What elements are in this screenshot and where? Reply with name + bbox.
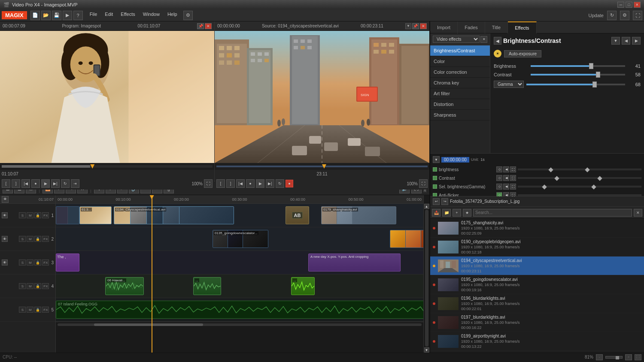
effects-prev[interactable]: ◀ — [494, 37, 501, 45]
vscroll-up[interactable]: ▲ — [424, 204, 429, 209]
tab-effects[interactable]: Effects — [508, 21, 536, 33]
kf-expand-brightness[interactable]: ⛶ — [510, 166, 516, 172]
track5-lock[interactable]: 🔒 — [34, 307, 41, 313]
scrollbar-track[interactable] — [58, 323, 422, 326]
track4-lock[interactable]: 🔒 — [34, 283, 41, 289]
kf-expand-contrast[interactable]: ⛶ — [510, 175, 516, 181]
help-icon[interactable]: ? — [73, 11, 83, 20]
mp-folder[interactable]: 📁 — [442, 209, 451, 217]
prog-skip[interactable]: ⇥ — [71, 179, 79, 188]
track5-solo[interactable]: S — [19, 307, 26, 313]
track3-vis[interactable]: 👁 — [2, 259, 8, 265]
kf-track-gamma[interactable] — [518, 186, 641, 187]
media-item-0195[interactable]: 0195_goingdownescalator.avi 1920 x 1080,… — [430, 275, 644, 294]
file-back[interactable]: ↩ — [433, 198, 440, 205]
clip-track5-island[interactable]: 07 Island Feeling.OGG — [56, 301, 423, 319]
prog-play[interactable]: ▶ — [41, 179, 50, 188]
effect-brightness-contrast[interactable]: Brightness/Contrast — [430, 45, 490, 56]
menu-edit[interactable]: Edit — [101, 11, 116, 20]
effect-art-filter[interactable]: Art filter — [430, 88, 490, 99]
auto-exposure-button[interactable]: Auto-exposure — [504, 50, 541, 57]
media-item-0197[interactable]: 0197_blurdarklights.avi 1920 x 1080, 16:… — [430, 313, 644, 332]
effects-next-btn[interactable]: ▶ — [632, 37, 641, 45]
track2-mute[interactable]: M — [27, 236, 33, 242]
prog-stop[interactable]: ● — [31, 179, 40, 188]
mp-add[interactable]: + — [453, 209, 461, 217]
src-mark-out[interactable]: ] — [226, 179, 235, 188]
clip-track2-escalator[interactable]: 0135_goingdownescalator... — [213, 230, 268, 248]
kf-track-brightness[interactable] — [518, 169, 641, 170]
prog-next[interactable]: ▶| — [51, 179, 60, 188]
gamma-select[interactable]: Gamma — [494, 81, 524, 88]
kf-check-brightness[interactable] — [433, 167, 437, 172]
kf-expand-gamma[interactable]: ⛶ — [510, 184, 516, 190]
clip-track4-audio3[interactable]: ... — [291, 277, 315, 295]
contrast-track[interactable] — [531, 74, 625, 75]
source-dropdown[interactable]: ▼ — [405, 23, 411, 29]
track4-mute[interactable]: M — [27, 283, 33, 289]
mp-star[interactable]: ★ — [463, 209, 471, 217]
track1-lock[interactable]: 🔒 — [34, 212, 41, 218]
src-record[interactable]: ● — [286, 180, 293, 187]
file-fwd[interactable]: ↪ — [441, 198, 448, 205]
kf-nav-brightness[interactable]: ◀ — [503, 166, 509, 172]
clip-track4-hawaii1[interactable]: 06 Hawaii... — [105, 277, 144, 295]
src-next[interactable]: ▶| — [266, 179, 274, 188]
open-button[interactable]: 📂 — [41, 11, 51, 20]
update-button[interactable]: ↻ — [607, 11, 617, 20]
effect-color-correction[interactable]: Color correction — [430, 67, 490, 78]
effects-prev-btn[interactable]: ◀ — [622, 37, 630, 45]
src-mark-in[interactable]: [ — [216, 179, 225, 188]
zoom-thumb[interactable] — [616, 356, 619, 359]
track-all-vis[interactable]: 👁 — [2, 196, 9, 203]
media-search-input[interactable] — [473, 209, 632, 217]
kf-check-gamma[interactable] — [433, 184, 437, 189]
prog-zoom-btn[interactable]: ⛶ — [204, 179, 213, 188]
menu-effects[interactable]: Effects — [117, 11, 138, 20]
kf-add-brightness[interactable]: ◇ — [496, 166, 502, 172]
effects-close[interactable]: ✕ — [480, 36, 487, 43]
mp-search-btn[interactable]: ✕ — [634, 209, 642, 217]
program-progress[interactable] — [2, 165, 213, 168]
tab-title[interactable]: Title — [485, 21, 508, 33]
track2-fx[interactable]: FX — [42, 236, 49, 242]
track3-solo[interactable]: S — [19, 259, 26, 265]
fullscreen-button[interactable]: ⛶ — [633, 11, 642, 20]
kf-add-contrast[interactable]: ◇ — [496, 175, 502, 181]
bottom-zoom-out[interactable]: - — [596, 354, 603, 360]
kf-track-contrast[interactable] — [518, 177, 641, 179]
clip-track1-2[interactable]: 0194_Cityscapestreetvertical.avi — [114, 206, 234, 224]
minimize-button[interactable]: ─ — [617, 2, 624, 8]
prog-prev[interactable]: |◀ — [21, 179, 30, 188]
effects-category-dropdown[interactable]: Video effects — [433, 36, 480, 43]
track2-solo[interactable]: S — [19, 236, 26, 242]
bottom-fullscreen[interactable]: ⛶ — [635, 354, 641, 360]
clip-track2-night[interactable] — [390, 230, 423, 248]
prog-mark-out[interactable]: ] — [12, 179, 20, 188]
kf-add-gamma[interactable]: ◇ — [496, 184, 502, 190]
media-item-0190[interactable]: 0190_citypeoplebridgeopen.avi 1920 x 108… — [430, 238, 644, 256]
src-loop[interactable]: ↻ — [276, 179, 284, 188]
effect-sharpness[interactable]: Sharpness — [430, 110, 490, 121]
track2-lock[interactable]: 🔒 — [34, 236, 41, 242]
tab-fades[interactable]: Fades — [458, 21, 485, 33]
track1-mute[interactable]: M — [27, 212, 33, 218]
track5-mute[interactable]: M — [27, 307, 33, 313]
clip-track1-ab[interactable]: AB — [286, 206, 309, 224]
bottom-zoom-slider[interactable] — [605, 356, 623, 359]
track1-vis[interactable]: 👁 — [2, 212, 8, 218]
clip-track1-0[interactable] — [56, 206, 79, 224]
track3-mute[interactable]: M — [27, 259, 33, 265]
gamma-track[interactable] — [526, 84, 625, 85]
track3-lock[interactable]: 🔒 — [34, 259, 41, 265]
effects-down-btn[interactable]: ▼ — [611, 37, 620, 45]
close-button[interactable]: ✕ — [634, 2, 641, 8]
kf-nav-contrast[interactable]: ◀ — [503, 175, 509, 181]
track1-solo[interactable]: S — [19, 212, 26, 218]
clip-track3-the[interactable]: The , — [56, 253, 79, 272]
prog-mark-in[interactable]: [ — [2, 179, 10, 188]
brightness-thumb[interactable] — [589, 63, 593, 69]
track2-vis[interactable]: 👁 — [2, 236, 8, 242]
monitor-pin-btn[interactable]: 📌 — [197, 23, 204, 29]
clip-track1-shanghai[interactable]: 0179_shanghaicity.avi — [321, 206, 396, 224]
